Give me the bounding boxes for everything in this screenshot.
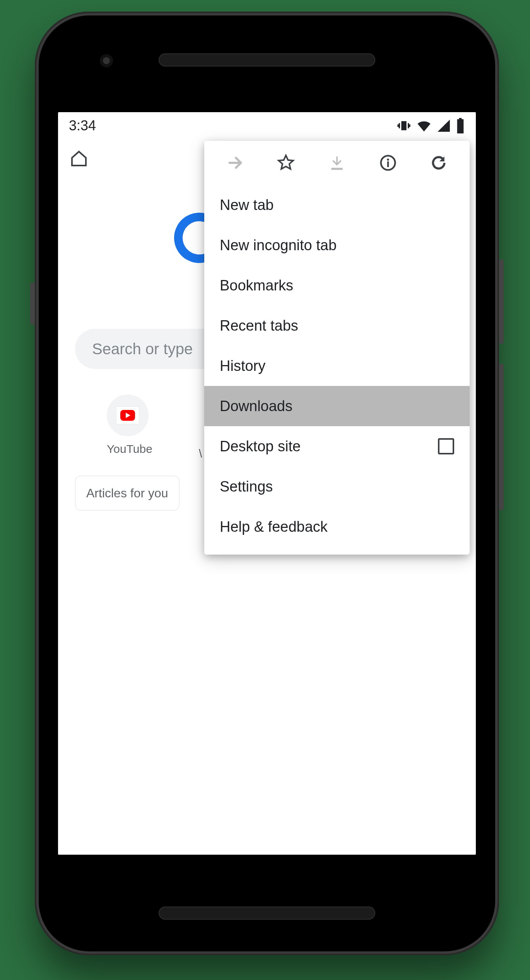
menu-recent-tabs[interactable]: Recent tabs	[204, 306, 470, 346]
menu-item-label: Settings	[220, 478, 273, 495]
wifi-icon	[416, 118, 432, 133]
articles-label: Articles for you	[86, 486, 168, 500]
download-icon	[328, 154, 345, 171]
menu-item-label: Help & feedback	[220, 519, 328, 535]
speaker-bottom	[159, 907, 375, 920]
phone-frame: 3:34 Search or type YouTube	[35, 12, 499, 955]
status-icons	[396, 118, 465, 133]
menu-downloads[interactable]: Downloads	[204, 386, 470, 426]
download-button[interactable]	[328, 154, 346, 172]
status-bar: 3:34	[58, 112, 476, 139]
menu-settings[interactable]: Settings	[204, 466, 470, 507]
reload-icon	[430, 154, 447, 171]
shortcut-icon-bg	[107, 394, 149, 436]
side-button	[30, 282, 35, 325]
menu-help-feedback[interactable]: Help & feedback	[204, 507, 470, 547]
menu-item-label: History	[220, 358, 265, 374]
info-icon	[380, 154, 397, 171]
home-icon	[70, 149, 88, 168]
vibrate-icon	[396, 118, 412, 133]
menu-bookmarks[interactable]: Bookmarks	[204, 265, 470, 306]
volume-button	[499, 364, 504, 510]
articles-for-you[interactable]: Articles for you	[75, 476, 180, 510]
star-icon	[277, 154, 295, 172]
power-button	[499, 259, 504, 344]
svg-rect-3	[387, 161, 388, 167]
status-time: 3:34	[69, 118, 96, 134]
menu-new-incognito-tab[interactable]: New incognito tab	[204, 225, 470, 265]
signal-icon	[436, 118, 451, 133]
info-button[interactable]	[379, 154, 397, 172]
forward-button[interactable]	[226, 154, 244, 172]
screen: 3:34 Search or type YouTube	[58, 112, 476, 855]
menu-icon-row	[204, 141, 470, 185]
forward-icon	[227, 154, 244, 171]
menu-desktop-site[interactable]: Desktop site	[204, 426, 470, 466]
earpiece	[159, 53, 375, 67]
menu-item-label: Bookmarks	[220, 277, 293, 294]
front-camera	[100, 54, 113, 67]
menu-item-label: New tab	[220, 197, 274, 213]
svg-point-2	[387, 159, 389, 161]
reload-button[interactable]	[429, 154, 448, 172]
youtube-icon	[116, 407, 139, 424]
overflow-menu: New tab New incognito tab Bookmarks Rece…	[204, 141, 470, 555]
svg-rect-0	[331, 168, 342, 170]
menu-new-tab[interactable]: New tab	[204, 185, 470, 225]
shortcut-label: YouTube	[107, 442, 152, 456]
menu-item-label: Desktop site	[220, 438, 301, 455]
home-button[interactable]	[67, 147, 91, 170]
search-placeholder: Search or type	[92, 340, 193, 358]
menu-item-label: Recent tabs	[220, 318, 298, 334]
menu-item-label: New incognito tab	[220, 237, 337, 254]
shortcut-label-partial: \	[199, 447, 202, 460]
menu-history[interactable]: History	[204, 346, 470, 386]
bookmark-button[interactable]	[277, 154, 295, 172]
shortcut-youtube[interactable]: YouTube	[107, 394, 152, 456]
desktop-site-checkbox[interactable]	[438, 438, 454, 454]
battery-icon	[456, 118, 465, 133]
menu-item-label: Downloads	[220, 398, 292, 415]
